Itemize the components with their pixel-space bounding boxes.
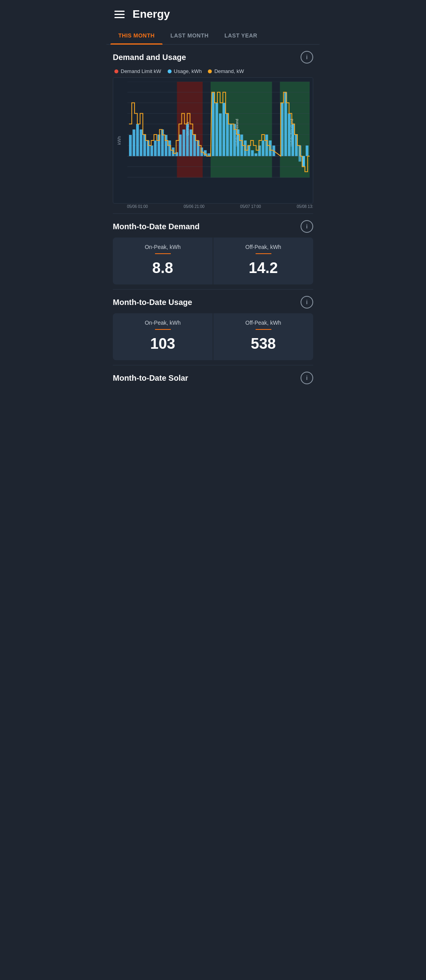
mtd-demand-header: Month-to-Date Demand i xyxy=(113,220,313,233)
svg-rect-41 xyxy=(179,135,182,156)
svg-rect-55 xyxy=(230,124,232,156)
svg-rect-76 xyxy=(306,146,308,156)
stat-divider-orange-2 xyxy=(256,253,271,254)
legend-demand-limit: Demand Limit kW xyxy=(114,68,161,74)
mtd-solar-info-button[interactable]: i xyxy=(301,372,313,384)
svg-rect-61 xyxy=(251,150,254,156)
legend-dot-blue xyxy=(168,69,172,73)
svg-rect-27 xyxy=(129,135,132,156)
svg-rect-42 xyxy=(183,129,185,156)
mtd-usage-on-peak-value: 103 xyxy=(150,335,175,352)
mtd-usage-info-button[interactable]: i xyxy=(301,296,313,309)
stat-divider-orange-3 xyxy=(155,329,171,330)
mtd-usage-on-peak-card: On-Peak, kWh 103 xyxy=(113,313,213,360)
mtd-usage-section: Month-to-Date Usage i On-Peak, kWh 103 O… xyxy=(106,290,320,365)
legend-usage: Usage, kWh xyxy=(168,68,202,74)
legend-demand: Demand, kW xyxy=(208,68,244,74)
mtd-usage-header: Month-to-Date Usage i xyxy=(113,296,313,309)
mtd-usage-title: Month-to-Date Usage xyxy=(113,298,192,307)
svg-rect-77 xyxy=(302,156,305,167)
mtd-usage-off-peak-value: 538 xyxy=(251,335,276,352)
mtd-demand-on-peak-card: On-Peak, kWh 8.8 xyxy=(113,238,213,284)
svg-rect-33 xyxy=(150,146,153,156)
mtd-demand-off-peak-value: 14.2 xyxy=(249,260,278,277)
demand-usage-title: Demand and Usage xyxy=(113,53,186,62)
legend-dot-orange xyxy=(208,69,212,73)
mtd-solar-title: Month-to-Date Solar xyxy=(113,374,188,383)
svg-rect-70 xyxy=(288,113,291,156)
mtd-demand-off-peak-label: Off-Peak, kWh xyxy=(245,244,281,250)
hamburger-button[interactable] xyxy=(114,11,125,18)
svg-rect-44 xyxy=(190,129,192,156)
mtd-usage-off-peak-label: Off-Peak, kWh xyxy=(245,320,281,326)
demand-usage-chart: kWh On-Peak Holiday/Weekend Holiday/Week… xyxy=(113,77,313,204)
page-title: Energy xyxy=(133,8,170,21)
tab-this-month[interactable]: THIS MONTH xyxy=(110,27,163,44)
chart-legend: Demand Limit kW Usage, kWh Demand, kW xyxy=(113,68,313,74)
demand-usage-header: Demand and Usage i xyxy=(113,51,313,64)
x-axis-labels: 05/06 01:00 05/06 21:00 05/07 17:00 05/0… xyxy=(113,204,313,209)
svg-rect-78 xyxy=(299,156,301,162)
x-label-3: 05/07 17:00 xyxy=(240,204,261,209)
mtd-solar-section: Month-to-Date Solar i xyxy=(106,365,320,394)
y-axis-label: kWh xyxy=(117,136,121,145)
svg-rect-34 xyxy=(154,140,157,156)
tab-last-month[interactable]: LAST MONTH xyxy=(163,27,217,44)
svg-rect-30 xyxy=(140,129,142,156)
mtd-usage-off-peak-card: Off-Peak, kWh 538 xyxy=(213,313,313,360)
mtd-usage-stats: On-Peak, kWh 103 Off-Peak, kWh 538 xyxy=(113,313,313,360)
legend-dot-red xyxy=(114,69,118,73)
x-label-2: 05/06 21:00 xyxy=(183,204,204,209)
svg-rect-49 xyxy=(207,153,210,156)
tab-last-year[interactable]: LAST YEAR xyxy=(217,27,265,44)
stat-divider-orange-4 xyxy=(256,329,271,330)
svg-rect-62 xyxy=(254,153,257,156)
x-label-1: 05/06 01:00 xyxy=(127,204,148,209)
svg-rect-52 xyxy=(219,113,222,156)
svg-rect-68 xyxy=(281,103,284,156)
mtd-demand-stats: On-Peak, kWh 8.8 Off-Peak, kWh 14.2 xyxy=(113,238,313,284)
svg-rect-48 xyxy=(204,150,207,156)
mtd-demand-off-peak-card: Off-Peak, kWh 14.2 xyxy=(213,238,313,284)
app-header: Energy xyxy=(106,0,320,27)
mtd-demand-on-peak-value: 8.8 xyxy=(152,260,173,277)
mtd-demand-info-button[interactable]: i xyxy=(301,220,313,233)
svg-rect-64 xyxy=(262,140,264,156)
svg-rect-57 xyxy=(237,129,239,156)
stat-divider-orange-1 xyxy=(155,253,171,254)
chart-svg: On-Peak Holiday/Weekend Holiday/Weekend … xyxy=(127,82,310,191)
svg-rect-50 xyxy=(212,92,215,156)
svg-rect-29 xyxy=(136,124,139,156)
mtd-solar-header: Month-to-Date Solar i xyxy=(113,372,313,384)
tab-bar: THIS MONTH LAST MONTH LAST YEAR xyxy=(106,27,320,45)
demand-usage-info-button[interactable]: i xyxy=(301,51,313,64)
svg-rect-71 xyxy=(291,124,294,156)
mtd-demand-on-peak-label: On-Peak, kWh xyxy=(145,244,181,250)
svg-rect-53 xyxy=(222,103,225,156)
svg-rect-28 xyxy=(133,129,135,156)
svg-rect-43 xyxy=(186,124,189,156)
x-label-4: 05/08 13: xyxy=(297,204,313,209)
mtd-demand-section: Month-to-Date Demand i On-Peak, kWh 8.8 … xyxy=(106,214,320,289)
demand-usage-section: Demand and Usage i Demand Limit kW Usage… xyxy=(106,45,320,213)
svg-rect-51 xyxy=(215,103,218,156)
mtd-demand-title: Month-to-Date Demand xyxy=(113,222,200,231)
mtd-usage-on-peak-label: On-Peak, kWh xyxy=(145,320,181,326)
